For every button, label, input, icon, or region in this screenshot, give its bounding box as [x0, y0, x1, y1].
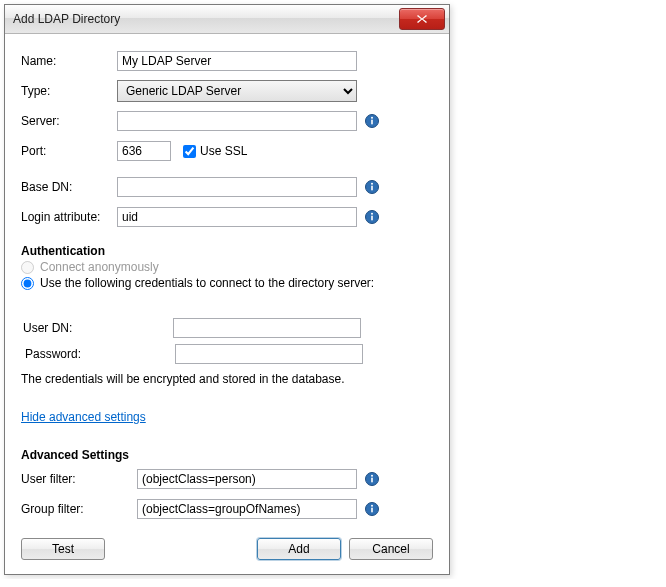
label-port: Port:: [21, 144, 117, 158]
advanced-header: Advanced Settings: [21, 448, 433, 462]
user-dn-input[interactable]: [173, 318, 361, 338]
svg-rect-10: [371, 478, 373, 483]
close-button[interactable]: [399, 8, 445, 30]
group-filter-input[interactable]: [137, 499, 357, 519]
svg-rect-4: [371, 186, 373, 191]
row-user-filter: User filter:: [21, 468, 433, 490]
label-group-filter: Group filter:: [21, 502, 137, 516]
svg-rect-7: [371, 216, 373, 221]
label-name: Name:: [21, 54, 117, 68]
credentials-note: The credentials will be encrypted and st…: [21, 372, 433, 386]
info-icon[interactable]: [365, 502, 379, 516]
svg-point-2: [371, 117, 373, 119]
svg-rect-1: [371, 120, 373, 125]
user-filter-input[interactable]: [137, 469, 357, 489]
type-select[interactable]: Generic LDAP Server: [117, 80, 357, 102]
row-server: Server:: [21, 110, 433, 132]
dialog-window: Add LDAP Directory Name: Type: Generic L…: [4, 4, 450, 575]
auth-creds-radio[interactable]: [21, 277, 34, 290]
label-user-filter: User filter:: [21, 472, 137, 486]
info-icon[interactable]: [365, 472, 379, 486]
row-group-filter: Group filter:: [21, 498, 433, 520]
row-type: Type: Generic LDAP Server: [21, 80, 433, 102]
svg-rect-13: [371, 508, 373, 513]
server-input[interactable]: [117, 111, 357, 131]
label-base-dn: Base DN:: [21, 180, 117, 194]
info-icon[interactable]: [365, 180, 379, 194]
svg-point-8: [371, 213, 373, 215]
close-icon: [416, 14, 428, 24]
row-password: Password:: [21, 344, 433, 364]
label-type: Type:: [21, 84, 117, 98]
button-bar: Test Add Cancel: [21, 538, 433, 560]
window-title: Add LDAP Directory: [13, 12, 120, 26]
svg-point-11: [371, 475, 373, 477]
label-server: Server:: [21, 114, 117, 128]
password-input[interactable]: [175, 344, 363, 364]
use-ssl-label: Use SSL: [200, 144, 247, 158]
base-dn-input[interactable]: [117, 177, 357, 197]
row-base-dn: Base DN:: [21, 176, 433, 198]
label-login-attr: Login attribute:: [21, 210, 117, 224]
port-input[interactable]: [117, 141, 171, 161]
login-attr-input[interactable]: [117, 207, 357, 227]
titlebar: Add LDAP Directory: [5, 5, 449, 34]
name-input[interactable]: [117, 51, 357, 71]
row-name: Name:: [21, 50, 433, 72]
auth-anon-row: Connect anonymously: [21, 260, 433, 274]
row-user-dn: User DN:: [21, 318, 433, 338]
auth-header: Authentication: [21, 244, 433, 258]
svg-point-5: [371, 183, 373, 185]
auth-anon-radio: [21, 261, 34, 274]
row-login-attr: Login attribute:: [21, 206, 433, 228]
info-icon[interactable]: [365, 210, 379, 224]
add-button[interactable]: Add: [257, 538, 341, 560]
label-password: Password:: [21, 347, 175, 361]
use-ssl-checkbox[interactable]: [183, 145, 196, 158]
svg-point-14: [371, 505, 373, 507]
toggle-advanced-link[interactable]: Hide advanced settings: [21, 410, 146, 424]
test-button[interactable]: Test: [21, 538, 105, 560]
label-user-dn: User DN:: [21, 321, 173, 335]
cancel-button[interactable]: Cancel: [349, 538, 433, 560]
auth-creds-label: Use the following credentials to connect…: [40, 276, 374, 290]
auth-anon-label: Connect anonymously: [40, 260, 159, 274]
info-icon[interactable]: [365, 114, 379, 128]
auth-creds-row: Use the following credentials to connect…: [21, 276, 433, 290]
row-port: Port: Use SSL: [21, 140, 433, 162]
use-ssl-wrapper: Use SSL: [183, 144, 247, 158]
dialog-content: Name: Type: Generic LDAP Server Server:: [5, 34, 449, 574]
